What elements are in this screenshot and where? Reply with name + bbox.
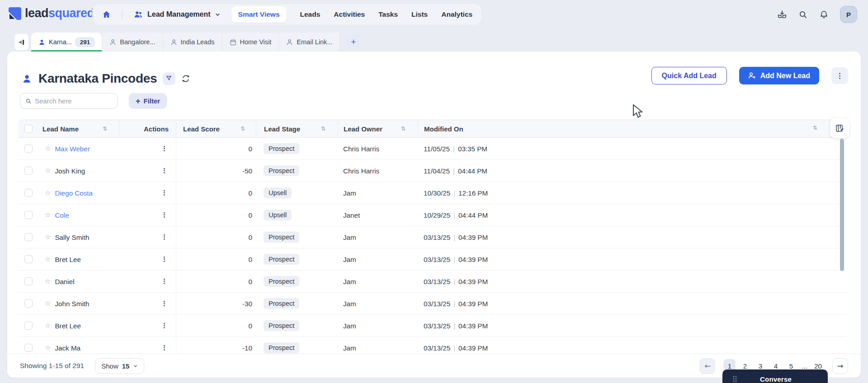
lead-score: 0	[249, 278, 252, 285]
row-checkbox[interactable]	[24, 277, 33, 285]
row-actions-kebab[interactable]: ⋮	[161, 299, 168, 308]
add-new-lead-button[interactable]: Add New Lead	[739, 67, 819, 84]
sort-icon[interactable]: ⇅	[813, 125, 817, 131]
row-checkbox[interactable]	[24, 344, 33, 352]
nav-link-smart-views[interactable]: Smart Views	[231, 6, 287, 23]
column-header-lead-score[interactable]: Lead Score⇅	[176, 120, 256, 137]
row-actions-kebab[interactable]: ⋮	[161, 189, 168, 197]
row-checkbox[interactable]	[24, 322, 33, 330]
more-actions-button[interactable]: ⋮	[831, 67, 848, 84]
column-header-lead-owner[interactable]: Lead Owner⇅	[338, 120, 418, 137]
nav-links: Smart ViewsLeadsActivitiesTasksListsAnal…	[231, 6, 473, 23]
tab-email-link[interactable]: Email Link...	[279, 33, 340, 51]
main-nav: Lead Management Smart ViewsLeadsActiviti…	[92, 4, 482, 25]
sort-icon[interactable]: ⇅	[321, 126, 326, 132]
star-icon[interactable]: ☆	[45, 299, 51, 308]
column-header-lead-stage[interactable]: Lead Stage⇅	[256, 120, 338, 137]
sort-icon[interactable]: ⇅	[103, 126, 107, 132]
row-checkbox[interactable]	[24, 145, 33, 153]
nav-link-activities[interactable]: Activities	[334, 10, 365, 19]
home-icon[interactable]	[102, 10, 111, 19]
next-page-button[interactable]: →	[832, 358, 848, 374]
nav-link-lists[interactable]: Lists	[411, 10, 428, 19]
lead-name-link[interactable]: Daniel	[55, 278, 74, 285]
nav-link-tasks[interactable]: Tasks	[378, 10, 398, 19]
lead-name-link[interactable]: Diego Costa	[55, 189, 93, 197]
nav-link-leads[interactable]: Leads	[300, 10, 321, 19]
lead-name-link[interactable]: Max Weber	[55, 145, 90, 153]
lead-name-link[interactable]: Cole	[55, 211, 69, 219]
table-row: ☆John Smith⋮-30ProspectJam03/13/25|04:39…	[18, 293, 846, 315]
collapse-tabs-button[interactable]	[14, 33, 29, 51]
row-actions-kebab[interactable]: ⋮	[161, 322, 168, 330]
row-actions-kebab[interactable]: ⋮	[161, 277, 168, 285]
table-row: ☆Cole⋮0UpsellJanet10/29/25|04:44 PM	[18, 204, 846, 226]
inbox-tray-icon[interactable]	[777, 9, 787, 19]
star-icon[interactable]: ☆	[45, 189, 51, 197]
row-checkbox[interactable]	[24, 211, 33, 219]
sort-icon[interactable]: ⇅	[401, 126, 406, 132]
filter-button[interactable]: + Filter	[129, 93, 167, 109]
datetime-separator: |	[450, 145, 458, 153]
modified-time: 04:44 PM	[458, 211, 488, 219]
refresh-icon[interactable]	[181, 74, 190, 83]
avatar[interactable]: P	[840, 6, 857, 23]
lead-score: -10	[242, 344, 252, 352]
quick-add-lead-button[interactable]: Quick Add Lead	[651, 67, 727, 84]
row-checkbox[interactable]	[24, 189, 33, 197]
nav-link-analytics[interactable]: Analytics	[441, 10, 472, 19]
sort-icon[interactable]: ⇅	[241, 126, 245, 132]
tab-home-visit[interactable]: Home Visit	[222, 33, 279, 51]
select-all-checkbox[interactable]	[24, 125, 33, 133]
row-actions-kebab[interactable]: ⋮	[161, 145, 168, 153]
edit-columns-button[interactable]	[830, 118, 849, 138]
row-checkbox[interactable]	[24, 233, 33, 241]
search-icon[interactable]	[798, 10, 808, 19]
page-title: Karnataka Pincodes	[38, 71, 157, 86]
smartview-filter-icon[interactable]	[163, 72, 175, 85]
tab-bangalore[interactable]: Bangalore...	[102, 33, 163, 51]
star-icon[interactable]: ☆	[45, 145, 51, 153]
column-header-lead-name[interactable]: Lead Name⇅	[41, 120, 119, 137]
lead-name-link[interactable]: Josh King	[55, 167, 85, 175]
lead-name-link[interactable]: John Smith	[55, 300, 89, 308]
row-checkbox[interactable]	[24, 299, 33, 308]
modified-date: 03/13/25	[424, 300, 450, 308]
row-actions-kebab[interactable]: ⋮	[161, 255, 168, 263]
search-input[interactable]	[35, 97, 112, 105]
converse-label: Converse	[737, 375, 814, 383]
row-actions-kebab[interactable]: ⋮	[161, 167, 168, 175]
drag-handle-icon[interactable]	[732, 375, 737, 383]
row-actions-kebab[interactable]: ⋮	[161, 344, 168, 352]
showing-count: Showing 1-15 of 291	[20, 362, 84, 370]
page-size-select[interactable]: Show 15	[95, 358, 144, 374]
workspace-menu[interactable]: Lead Management	[133, 9, 221, 19]
row-checkbox[interactable]	[24, 167, 33, 175]
prev-page-button[interactable]: ←	[699, 358, 715, 374]
lead-name-link[interactable]: Jack Ma	[55, 344, 80, 352]
row-checkbox[interactable]	[24, 255, 33, 263]
bell-icon[interactable]	[819, 10, 829, 19]
star-icon[interactable]: ☆	[45, 167, 51, 175]
star-icon[interactable]: ☆	[45, 322, 51, 330]
tab-india-leads[interactable]: India Leads	[163, 33, 222, 51]
vertical-scrollbar[interactable]	[840, 139, 844, 271]
star-icon[interactable]: ☆	[45, 211, 51, 219]
lead-name-link[interactable]: Bret Lee	[55, 256, 80, 263]
lead-person-icon	[21, 73, 33, 84]
star-icon[interactable]: ☆	[45, 277, 51, 285]
datetime-separator: |	[450, 167, 458, 175]
star-icon[interactable]: ☆	[45, 255, 51, 263]
tab-karna[interactable]: Karna...291	[31, 33, 102, 51]
add-tab-button[interactable]: +	[346, 35, 361, 49]
row-actions-kebab[interactable]: ⋮	[161, 233, 168, 241]
converse-widget[interactable]: Converse	[722, 369, 828, 383]
row-actions-kebab[interactable]: ⋮	[161, 211, 168, 219]
star-icon[interactable]: ☆	[45, 233, 51, 241]
star-icon[interactable]: ☆	[45, 344, 51, 352]
lead-owner: Jam	[343, 256, 356, 263]
lead-name-link[interactable]: Sally Smith	[55, 234, 89, 241]
lead-score: -50	[242, 167, 252, 175]
lead-name-link[interactable]: Bret Lee	[55, 322, 80, 330]
table-row: ☆Daniel⋮0ProspectJam03/13/25|04:39 PM	[18, 271, 846, 293]
